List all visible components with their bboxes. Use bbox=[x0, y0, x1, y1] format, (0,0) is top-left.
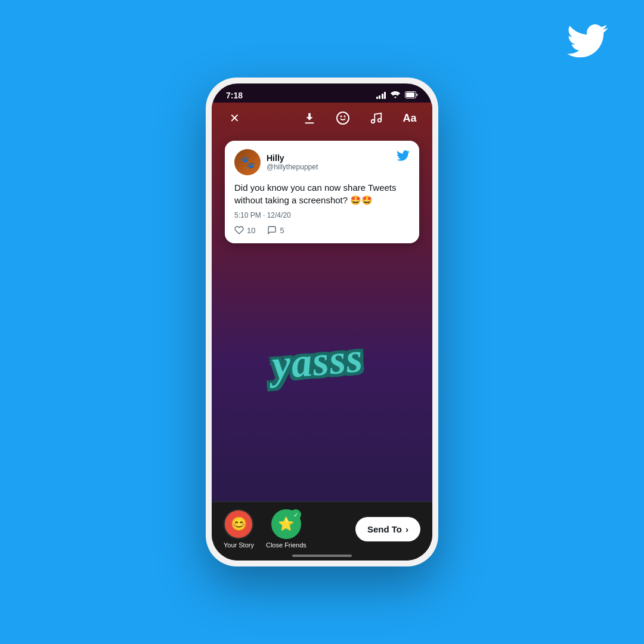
svg-point-2 bbox=[337, 112, 349, 124]
your-story-option[interactable]: 😊 Your Story bbox=[224, 509, 254, 549]
send-to-button[interactable]: Send To › bbox=[355, 517, 420, 541]
chevron-right-icon: › bbox=[405, 524, 408, 534]
sticker-button[interactable] bbox=[332, 107, 354, 129]
text-button[interactable]: Aa bbox=[399, 107, 420, 129]
replies-count: 5 bbox=[280, 226, 284, 235]
phone-frame: 7:18 bbox=[206, 78, 438, 566]
svg-point-5 bbox=[371, 120, 375, 123]
signal-icon bbox=[376, 92, 386, 99]
twitter-logo bbox=[566, 24, 608, 58]
wifi-icon bbox=[391, 91, 400, 100]
user-info: Hilly @hillythepuppet bbox=[267, 153, 318, 171]
close-friends-option[interactable]: ⭐ ✓ Close Friends bbox=[266, 509, 306, 549]
phone-notch bbox=[283, 83, 361, 100]
close-friends-label: Close Friends bbox=[266, 541, 306, 549]
yass-sticker: yasss bbox=[270, 336, 364, 386]
replies-action: 5 bbox=[267, 225, 284, 235]
send-to-label: Send To bbox=[367, 524, 402, 534]
svg-point-6 bbox=[378, 119, 382, 122]
close-friends-icon: ⭐ ✓ bbox=[271, 509, 301, 539]
tweet-user: 🐾 Hilly @hillythepuppet bbox=[234, 149, 318, 175]
tweet-card: 🐾 Hilly @hillythepuppet Did you know you… bbox=[225, 141, 419, 243]
user-handle: @hillythepuppet bbox=[267, 163, 318, 171]
bottom-bar: 😊 Your Story ⭐ ✓ Close Friends Send To › bbox=[212, 501, 432, 561]
tweet-actions: 10 5 bbox=[234, 225, 410, 235]
twitter-bird-icon bbox=[397, 149, 410, 165]
likes-count: 10 bbox=[247, 226, 255, 235]
likes-action: 10 bbox=[234, 225, 255, 235]
svg-rect-1 bbox=[406, 92, 414, 97]
audio-button[interactable] bbox=[366, 107, 387, 129]
battery-icon bbox=[405, 91, 418, 100]
avatar: 🐾 bbox=[234, 149, 261, 175]
home-indicator bbox=[292, 555, 352, 557]
story-options: 😊 Your Story ⭐ ✓ Close Friends bbox=[224, 509, 306, 549]
your-story-label: Your Story bbox=[224, 541, 254, 549]
download-button[interactable] bbox=[299, 107, 320, 129]
your-story-icon: 😊 bbox=[224, 509, 253, 539]
tweet-header: 🐾 Hilly @hillythepuppet bbox=[234, 149, 410, 175]
status-time: 7:18 bbox=[226, 91, 243, 100]
check-icon: ✓ bbox=[290, 509, 301, 520]
phone-screen: 7:18 bbox=[212, 83, 432, 561]
tweet-time: 5:10 PM · 12/4/20 bbox=[234, 211, 410, 219]
story-background: ✕ Aa bbox=[212, 103, 432, 501]
story-toolbar: ✕ Aa bbox=[212, 103, 432, 135]
tweet-text: Did you know you can now share Tweets wi… bbox=[234, 181, 410, 206]
status-icons bbox=[376, 91, 419, 100]
close-button[interactable]: ✕ bbox=[224, 107, 245, 129]
user-name: Hilly bbox=[267, 153, 318, 163]
